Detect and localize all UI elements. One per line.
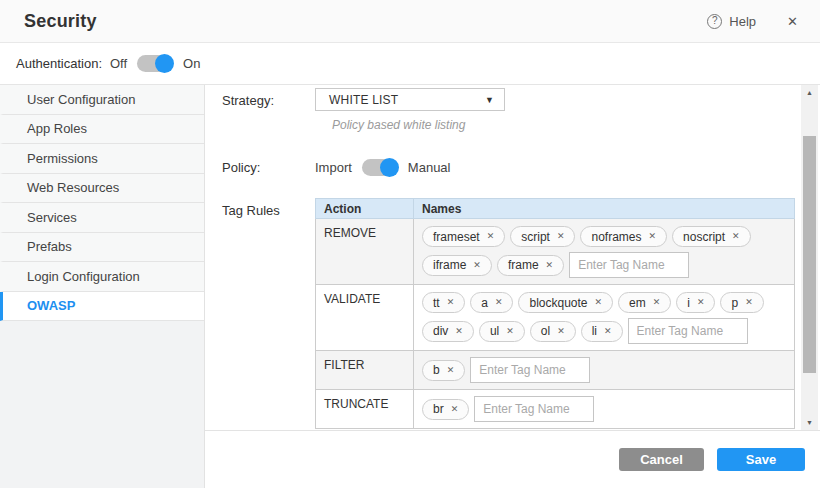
remove-tag-icon[interactable]: ✕	[604, 327, 612, 336]
authentication-toggle-knob	[155, 54, 174, 73]
scroll-up-icon[interactable]: ▲	[801, 85, 818, 100]
names-cell: frameset ✕ script ✕ noframes ✕ noscript …	[414, 219, 795, 285]
names-cell: tt ✕ a ✕ blockquote ✕ em ✕ i ✕	[414, 285, 795, 351]
sidebar-item-permissions[interactable]: Permissions	[0, 144, 204, 174]
remove-tag-icon[interactable]: ✕	[447, 366, 455, 375]
authentication-toggle[interactable]	[137, 55, 173, 72]
save-button[interactable]: Save	[717, 448, 805, 471]
tag-chip-label: frameset	[433, 230, 480, 244]
strategy-select-value: WHITE LIST	[329, 93, 485, 107]
remove-tag-icon[interactable]: ✕	[506, 327, 514, 336]
remove-tag-icon[interactable]: ✕	[487, 232, 495, 241]
tag-chip-label: br	[433, 402, 444, 416]
sidebar-item-label: User Configuration	[27, 92, 135, 107]
tag-chip: tt ✕	[422, 292, 465, 313]
sidebar-item-label: Services	[27, 210, 77, 225]
remove-tag-icon[interactable]: ✕	[595, 298, 603, 307]
remove-tag-icon[interactable]: ✕	[447, 298, 455, 307]
remove-tag-icon[interactable]: ✕	[557, 327, 565, 336]
sidebar-item-label: OWASP	[27, 298, 75, 313]
tag-chip: em ✕	[618, 292, 671, 313]
enter-tag-name-input[interactable]	[628, 318, 748, 344]
scrollbar-thumb[interactable]	[803, 136, 816, 373]
sidebar-item-prefabs[interactable]: Prefabs	[0, 233, 204, 263]
tag-chip: br ✕	[422, 399, 469, 420]
chevron-down-icon: ▼	[485, 95, 494, 105]
remove-tag-icon[interactable]: ✕	[557, 232, 565, 241]
scroll-down-icon[interactable]: ▼	[801, 415, 818, 430]
tag-chip: iframe ✕	[422, 255, 492, 276]
sidebar-item-web-resources[interactable]: Web Resources	[0, 174, 204, 204]
authentication-label: Authentication:	[16, 56, 110, 71]
tag-chip: i ✕	[676, 292, 715, 313]
help-label: Help	[729, 14, 756, 29]
strategy-label: Strategy:	[222, 88, 315, 108]
enter-tag-name-input[interactable]	[569, 252, 689, 278]
table-row: TRUNCATE br ✕	[316, 390, 795, 429]
tag-chip-label: blockquote	[529, 296, 587, 310]
cancel-button[interactable]: Cancel	[619, 448, 704, 471]
policy-label: Policy:	[222, 160, 315, 175]
tag-chip: b ✕	[422, 360, 465, 381]
tag-chip-label: div	[433, 324, 448, 338]
column-header-action: Action	[316, 199, 414, 219]
remove-tag-icon[interactable]: ✕	[546, 261, 554, 270]
table-row: REMOVE frameset ✕ script ✕ noframes ✕ no…	[316, 219, 795, 285]
remove-tag-icon[interactable]: ✕	[473, 261, 481, 270]
sidebar-item-app-roles[interactable]: App Roles	[0, 115, 204, 145]
policy-toggle-knob	[380, 158, 399, 177]
sidebar-item-label: App Roles	[27, 121, 87, 136]
names-cell: br ✕	[414, 390, 795, 429]
security-dialog: Security ? Help ✕ Authentication: Off On…	[0, 0, 820, 488]
sidebar-item-label: Login Configuration	[27, 269, 140, 284]
names-cell: b ✕	[414, 351, 795, 390]
tag-chip-label: script	[521, 230, 550, 244]
remove-tag-icon[interactable]: ✕	[455, 327, 463, 336]
tag-chip: p ✕	[720, 292, 763, 313]
tag-chip-label: ol	[541, 324, 550, 338]
remove-tag-icon[interactable]: ✕	[648, 232, 656, 241]
remove-tag-icon[interactable]: ✕	[745, 298, 753, 307]
owasp-panel: Strategy: WHITE LIST ▼ Policy based whit…	[205, 85, 820, 430]
sidebar-item-services[interactable]: Services	[0, 203, 204, 233]
action-cell: REMOVE	[316, 219, 414, 285]
remove-tag-icon[interactable]: ✕	[697, 298, 705, 307]
tag-chip: frame ✕	[497, 255, 564, 276]
tag-chip: script ✕	[510, 226, 575, 247]
tag-chip: frameset ✕	[422, 226, 505, 247]
policy-toggle[interactable]	[362, 159, 398, 176]
tag-rules-row: Tag Rules Action Names REMOVE frames	[222, 198, 820, 429]
content-pane: Strategy: WHITE LIST ▼ Policy based whit…	[205, 85, 820, 488]
action-cell: FILTER	[316, 351, 414, 390]
sidebar-item-label: Prefabs	[27, 239, 72, 254]
remove-tag-icon[interactable]: ✕	[732, 232, 740, 241]
dialog-header: Security ? Help ✕	[0, 0, 820, 43]
remove-tag-icon[interactable]: ✕	[653, 298, 661, 307]
authentication-on-label: On	[183, 56, 200, 71]
tag-chip: ul ✕	[479, 321, 525, 342]
tag-chip: blockquote ✕	[518, 292, 613, 313]
help-button[interactable]: ? Help	[707, 14, 756, 29]
close-icon[interactable]: ✕	[787, 15, 798, 28]
strategy-row: Strategy: WHITE LIST ▼	[222, 88, 820, 111]
remove-tag-icon[interactable]: ✕	[495, 298, 503, 307]
strategy-select[interactable]: WHITE LIST ▼	[315, 88, 505, 111]
strategy-hint: Policy based white listing	[332, 118, 820, 132]
sidebar-item-login-configuration[interactable]: Login Configuration	[0, 262, 204, 292]
tag-chip-label: iframe	[433, 258, 466, 272]
enter-tag-name-input[interactable]	[470, 357, 590, 383]
tag-rules-table: Action Names REMOVE frameset ✕ script ✕	[315, 198, 795, 429]
table-row: VALIDATE tt ✕ a ✕ blockquote ✕ em ✕	[316, 285, 795, 351]
vertical-scrollbar[interactable]: ▲ ▼	[801, 85, 818, 430]
sidebar-item-owasp[interactable]: OWASP	[0, 292, 204, 322]
tag-chip: a ✕	[470, 292, 513, 313]
tag-chip-label: noframes	[591, 230, 641, 244]
settings-sidebar: User Configuration App Roles Permissions…	[0, 85, 205, 488]
remove-tag-icon[interactable]: ✕	[451, 405, 459, 414]
enter-tag-name-input[interactable]	[474, 396, 594, 422]
policy-manual-label: Manual	[408, 160, 451, 175]
tag-chip-label: ul	[490, 324, 499, 338]
sidebar-item-user-configuration[interactable]: User Configuration	[0, 85, 204, 115]
tag-chip-label: i	[687, 296, 690, 310]
tag-chip-label: b	[433, 363, 440, 377]
